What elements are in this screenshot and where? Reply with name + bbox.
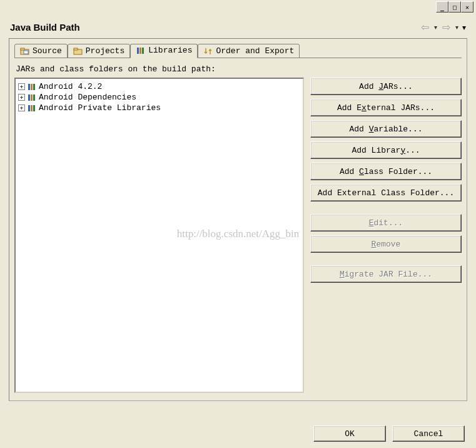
- svg-rect-14: [28, 105, 30, 111]
- tab-label: Libraries: [148, 46, 192, 55]
- library-icon: [28, 93, 38, 102]
- tree-item-label: Android Dependencies: [39, 93, 136, 102]
- tab-projects[interactable]: Projects: [68, 44, 130, 58]
- svg-rect-9: [31, 84, 33, 90]
- svg-rect-16: [33, 105, 35, 111]
- tree-item[interactable]: + Android 4.2.2: [18, 81, 300, 92]
- svg-rect-2: [24, 51, 28, 54]
- add-class-folder-button[interactable]: Add Class Folder...: [310, 163, 462, 180]
- add-library-button[interactable]: Add Library...: [310, 141, 462, 159]
- add-variable-button[interactable]: Add Variable...: [310, 120, 462, 138]
- add-external-class-folder-button[interactable]: Add External Class Folder...: [310, 184, 462, 201]
- add-jars-button[interactable]: Add JARs...: [310, 78, 462, 95]
- expand-icon[interactable]: +: [18, 83, 25, 90]
- remove-button: Remove: [310, 235, 462, 253]
- tab-label: Source: [33, 46, 62, 56]
- tree-item[interactable]: + Android Dependencies: [18, 92, 300, 103]
- svg-rect-5: [137, 48, 139, 54]
- library-icon: [28, 104, 38, 113]
- svg-rect-13: [33, 94, 35, 101]
- tab-label: Projects: [86, 46, 124, 56]
- menu-dropdown-icon[interactable]: ▾: [462, 23, 466, 32]
- back-arrow-icon[interactable]: ⇦: [420, 21, 430, 33]
- svg-rect-12: [31, 94, 33, 101]
- forward-dropdown-icon[interactable]: ▾: [455, 24, 458, 31]
- close-button[interactable]: ✕: [461, 1, 473, 13]
- content-panel: Source Projects Libraries Order and Expo…: [9, 38, 467, 401]
- header-nav: ⇦ ▾ ⇨ ▾ ▾: [420, 21, 466, 33]
- source-folder-icon: [20, 47, 30, 56]
- side-buttons: Add JARs... Add External JARs... Add Var…: [310, 78, 462, 393]
- page-title: Java Build Path: [10, 22, 80, 33]
- libraries-tree[interactable]: + Android 4.2.2 + Android Dependencies +: [14, 78, 304, 393]
- tab-label: Order and Export: [216, 46, 294, 56]
- edit-button: Edit...: [310, 214, 462, 232]
- svg-rect-15: [31, 105, 33, 111]
- tree-item[interactable]: + Android Private Libraries: [18, 103, 300, 113]
- ok-button[interactable]: OK: [313, 425, 386, 442]
- svg-rect-1: [21, 48, 24, 50]
- order-export-icon: [203, 47, 213, 56]
- tab-source[interactable]: Source: [14, 44, 68, 58]
- tree-item-label: Android 4.2.2: [39, 82, 102, 91]
- back-dropdown-icon[interactable]: ▾: [434, 24, 437, 31]
- libraries-icon: [136, 46, 146, 55]
- tab-order-export[interactable]: Order and Export: [198, 44, 300, 58]
- maximize-button[interactable]: □: [448, 1, 461, 13]
- tab-libraries[interactable]: Libraries: [130, 44, 198, 58]
- tabs-bar: Source Projects Libraries Order and Expo…: [14, 44, 462, 58]
- expand-icon[interactable]: +: [18, 94, 25, 101]
- minimize-button[interactable]: _: [436, 1, 448, 13]
- library-icon: [28, 83, 38, 91]
- projects-folder-icon: [73, 47, 83, 56]
- expand-icon[interactable]: +: [18, 104, 25, 111]
- tree-item-label: Android Private Libraries: [39, 103, 161, 113]
- svg-rect-6: [139, 48, 141, 54]
- svg-rect-11: [28, 94, 30, 101]
- add-external-jars-button[interactable]: Add External JARs...: [310, 99, 462, 116]
- forward-arrow-icon[interactable]: ⇨: [441, 21, 452, 33]
- svg-rect-10: [33, 84, 35, 90]
- svg-rect-7: [142, 48, 144, 54]
- svg-rect-4: [74, 48, 78, 50]
- section-subtitle: JARs and class folders on the build path…: [16, 64, 462, 74]
- svg-rect-8: [28, 84, 30, 90]
- migrate-jar-button: Migrate JAR File...: [310, 265, 462, 283]
- cancel-button[interactable]: Cancel: [392, 425, 465, 442]
